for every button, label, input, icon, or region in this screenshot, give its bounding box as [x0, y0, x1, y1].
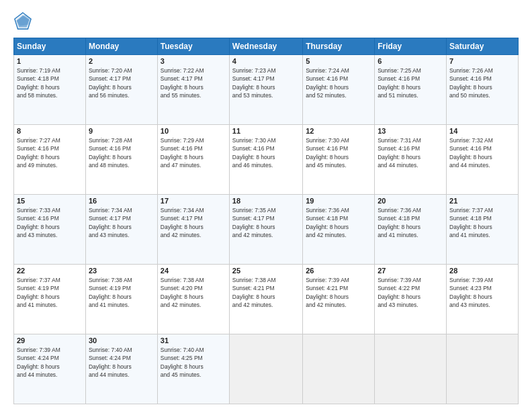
- day-number: 19: [306, 197, 371, 205]
- table-row: 29Sunrise: 7:39 AMSunset: 4:24 PMDayligh…: [14, 334, 86, 404]
- day-info: Sunrise: 7:38 AMSunset: 4:21 PMDaylight:…: [232, 276, 300, 309]
- day-number: 20: [378, 197, 443, 205]
- calendar-week: 29Sunrise: 7:39 AMSunset: 4:24 PMDayligh…: [14, 334, 519, 404]
- day-info: Sunrise: 7:29 AMSunset: 4:16 PMDaylight:…: [161, 136, 226, 169]
- page: SundayMondayTuesdayWednesdayThursdayFrid…: [0, 0, 532, 411]
- day-number: 16: [89, 197, 154, 205]
- day-number: 30: [89, 336, 154, 345]
- day-info: Sunrise: 7:39 AMSunset: 4:24 PMDaylight:…: [17, 346, 83, 379]
- day-number: 2: [89, 57, 154, 65]
- table-row: 22Sunrise: 7:37 AMSunset: 4:19 PMDayligh…: [14, 265, 86, 334]
- table-row: 1Sunrise: 7:19 AMSunset: 4:18 PMDaylight…: [14, 55, 86, 125]
- table-row: 7Sunrise: 7:26 AMSunset: 4:16 PMDaylight…: [447, 55, 519, 125]
- day-number: 1: [17, 57, 83, 65]
- day-number: 24: [161, 267, 226, 275]
- day-info: Sunrise: 7:33 AMSunset: 4:16 PMDaylight:…: [17, 206, 83, 239]
- calendar-body: 1Sunrise: 7:19 AMSunset: 4:18 PMDaylight…: [14, 55, 519, 404]
- day-info: Sunrise: 7:30 AMSunset: 4:16 PMDaylight:…: [232, 136, 300, 169]
- day-number: 13: [378, 127, 443, 135]
- day-number: 31: [161, 336, 226, 345]
- table-row: 26Sunrise: 7:39 AMSunset: 4:21 PMDayligh…: [303, 265, 375, 334]
- table-row: 31Sunrise: 7:40 AMSunset: 4:25 PMDayligh…: [157, 334, 229, 404]
- day-info: Sunrise: 7:37 AMSunset: 4:19 PMDaylight:…: [17, 276, 83, 309]
- table-row: 6Sunrise: 7:25 AMSunset: 4:16 PMDaylight…: [375, 55, 447, 125]
- day-number: 5: [306, 57, 371, 65]
- day-number: 27: [378, 267, 443, 275]
- day-number: 3: [161, 57, 226, 65]
- day-info: Sunrise: 7:38 AMSunset: 4:19 PMDaylight:…: [89, 276, 154, 309]
- day-number: 11: [232, 127, 300, 135]
- day-info: Sunrise: 7:39 AMSunset: 4:23 PMDaylight:…: [449, 276, 515, 309]
- logo: [13, 12, 35, 31]
- day-info: Sunrise: 7:35 AMSunset: 4:17 PMDaylight:…: [232, 206, 300, 239]
- table-row: [303, 334, 375, 404]
- day-number: 14: [449, 127, 515, 135]
- table-row: [447, 334, 519, 404]
- day-info: Sunrise: 7:28 AMSunset: 4:16 PMDaylight:…: [89, 136, 154, 169]
- day-info: Sunrise: 7:30 AMSunset: 4:16 PMDaylight:…: [306, 136, 371, 169]
- table-row: 14Sunrise: 7:32 AMSunset: 4:16 PMDayligh…: [447, 125, 519, 195]
- day-info: Sunrise: 7:36 AMSunset: 4:18 PMDaylight:…: [306, 206, 371, 239]
- day-number: 22: [17, 267, 83, 275]
- table-row: [229, 334, 302, 404]
- calendar-week: 8Sunrise: 7:27 AMSunset: 4:16 PMDaylight…: [14, 125, 519, 195]
- table-row: 3Sunrise: 7:22 AMSunset: 4:17 PMDaylight…: [157, 55, 229, 125]
- day-info: Sunrise: 7:40 AMSunset: 4:25 PMDaylight:…: [161, 346, 226, 379]
- day-info: Sunrise: 7:39 AMSunset: 4:22 PMDaylight:…: [378, 276, 443, 309]
- dow-header: Monday: [85, 38, 157, 55]
- dow-header: Thursday: [303, 38, 375, 55]
- day-number: 15: [17, 197, 83, 205]
- table-row: 16Sunrise: 7:34 AMSunset: 4:17 PMDayligh…: [85, 195, 157, 265]
- calendar-week: 22Sunrise: 7:37 AMSunset: 4:19 PMDayligh…: [14, 265, 519, 334]
- day-info: Sunrise: 7:24 AMSunset: 4:16 PMDaylight:…: [306, 66, 371, 99]
- table-row: 4Sunrise: 7:23 AMSunset: 4:17 PMDaylight…: [229, 55, 302, 125]
- logo-icon: [13, 12, 32, 31]
- table-row: 13Sunrise: 7:31 AMSunset: 4:16 PMDayligh…: [375, 125, 447, 195]
- day-info: Sunrise: 7:36 AMSunset: 4:18 PMDaylight:…: [378, 206, 443, 239]
- day-number: 28: [449, 267, 515, 275]
- day-number: 26: [306, 267, 371, 275]
- day-info: Sunrise: 7:25 AMSunset: 4:16 PMDaylight:…: [378, 66, 443, 99]
- day-number: 12: [306, 127, 371, 135]
- day-info: Sunrise: 7:23 AMSunset: 4:17 PMDaylight:…: [232, 66, 300, 99]
- day-info: Sunrise: 7:26 AMSunset: 4:16 PMDaylight:…: [449, 66, 515, 99]
- day-number: 10: [161, 127, 226, 135]
- day-info: Sunrise: 7:37 AMSunset: 4:18 PMDaylight:…: [449, 206, 515, 239]
- table-row: 24Sunrise: 7:38 AMSunset: 4:20 PMDayligh…: [157, 265, 229, 334]
- day-info: Sunrise: 7:32 AMSunset: 4:16 PMDaylight:…: [449, 136, 515, 169]
- day-info: Sunrise: 7:38 AMSunset: 4:20 PMDaylight:…: [161, 276, 226, 309]
- day-number: 4: [232, 57, 300, 65]
- table-row: 21Sunrise: 7:37 AMSunset: 4:18 PMDayligh…: [447, 195, 519, 265]
- day-number: 21: [449, 197, 515, 205]
- dow-header: Saturday: [447, 38, 519, 55]
- calendar: SundayMondayTuesdayWednesdayThursdayFrid…: [13, 38, 519, 404]
- table-row: 12Sunrise: 7:30 AMSunset: 4:16 PMDayligh…: [303, 125, 375, 195]
- table-row: 8Sunrise: 7:27 AMSunset: 4:16 PMDaylight…: [14, 125, 86, 195]
- table-row: 11Sunrise: 7:30 AMSunset: 4:16 PMDayligh…: [229, 125, 302, 195]
- table-row: 28Sunrise: 7:39 AMSunset: 4:23 PMDayligh…: [447, 265, 519, 334]
- day-number: 8: [17, 127, 83, 135]
- table-row: 20Sunrise: 7:36 AMSunset: 4:18 PMDayligh…: [375, 195, 447, 265]
- dow-header: Sunday: [14, 38, 86, 55]
- dow-header: Friday: [375, 38, 447, 55]
- day-info: Sunrise: 7:34 AMSunset: 4:17 PMDaylight:…: [89, 206, 154, 239]
- table-row: 2Sunrise: 7:20 AMSunset: 4:17 PMDaylight…: [85, 55, 157, 125]
- day-number: 17: [161, 197, 226, 205]
- day-info: Sunrise: 7:40 AMSunset: 4:24 PMDaylight:…: [89, 346, 154, 379]
- day-info: Sunrise: 7:20 AMSunset: 4:17 PMDaylight:…: [89, 66, 154, 99]
- day-info: Sunrise: 7:39 AMSunset: 4:21 PMDaylight:…: [306, 276, 371, 309]
- calendar-week: 15Sunrise: 7:33 AMSunset: 4:16 PMDayligh…: [14, 195, 519, 265]
- day-info: Sunrise: 7:31 AMSunset: 4:16 PMDaylight:…: [378, 136, 443, 169]
- day-number: 7: [449, 57, 515, 65]
- day-number: 6: [378, 57, 443, 65]
- day-info: Sunrise: 7:19 AMSunset: 4:18 PMDaylight:…: [17, 66, 83, 99]
- table-row: 17Sunrise: 7:34 AMSunset: 4:17 PMDayligh…: [157, 195, 229, 265]
- table-row: 25Sunrise: 7:38 AMSunset: 4:21 PMDayligh…: [229, 265, 302, 334]
- table-row: 5Sunrise: 7:24 AMSunset: 4:16 PMDaylight…: [303, 55, 375, 125]
- day-number: 9: [89, 127, 154, 135]
- table-row: 10Sunrise: 7:29 AMSunset: 4:16 PMDayligh…: [157, 125, 229, 195]
- day-number: 18: [232, 197, 300, 205]
- day-number: 23: [89, 267, 154, 275]
- calendar-week: 1Sunrise: 7:19 AMSunset: 4:18 PMDaylight…: [14, 55, 519, 125]
- dow-header: Tuesday: [157, 38, 229, 55]
